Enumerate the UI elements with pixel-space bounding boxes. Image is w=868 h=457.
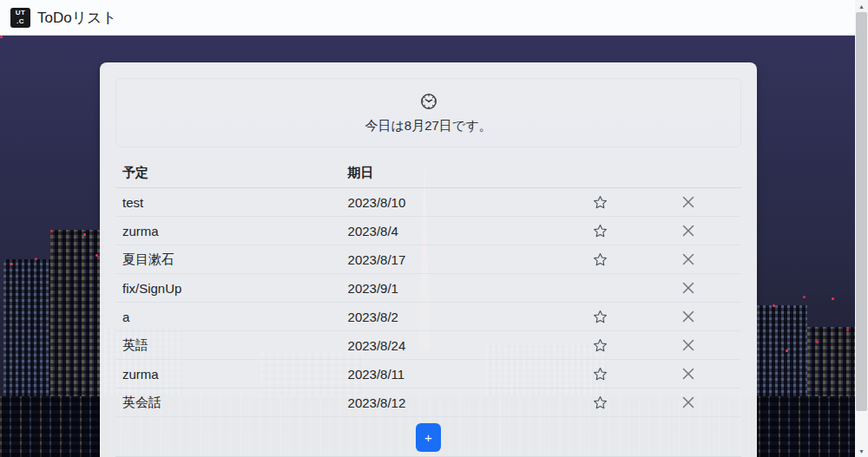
task-cell: zurma [115,224,341,238]
star-button[interactable] [589,251,611,269]
delete-button[interactable] [678,193,699,211]
todo-row: a 2023/8/2 [115,303,741,331]
todo-card: 今日は8月27日です。 予定 期日 test 2023/8/10 [100,62,757,457]
close-icon [681,224,695,238]
delete-button[interactable] [678,308,699,325]
task-cell: fix/SignUp [115,281,341,296]
due-cell: 2023/8/12 [341,395,567,410]
utc-logo-icon: UT .C [10,8,30,28]
star-icon [593,367,608,382]
todo-row: 英会話 2023/8/12 [115,388,741,417]
add-task-button[interactable]: + [416,423,441,452]
table-header-row: 予定 期日 [115,158,741,188]
due-cell: 2023/8/2 [341,310,567,324]
todo-row: 夏目漱石 2023/8/17 [115,245,741,274]
star-icon [593,395,608,410]
close-icon [681,252,695,266]
close-icon [681,395,695,409]
todo-row: test 2023/8/10 [115,188,741,217]
header-due: 期日 [341,165,567,181]
task-cell: 夏目漱石 [115,251,341,268]
scrollbar[interactable]: ▲ ▼ [855,0,868,457]
delete-button[interactable] [678,222,699,239]
task-cell: test [115,195,341,210]
star-icon [593,338,608,353]
star-icon [593,224,608,238]
star-icon [593,310,608,324]
due-cell: 2023/9/1 [341,281,567,296]
close-icon [681,338,695,352]
delete-button[interactable] [678,394,699,411]
todo-row: fix/SignUp 2023/9/1 [115,274,741,303]
delete-button[interactable] [678,336,699,354]
aviation-lights [0,36,3,38]
star-button[interactable] [589,222,611,240]
task-cell: zurma [115,367,341,382]
today-date-text: 今日は8月27日です。 [365,118,491,134]
clock-icon [419,92,438,114]
due-cell: 2023/8/17 [341,252,567,267]
star-button[interactable] [589,308,611,326]
todo-row: zurma 2023/8/4 [115,217,741,245]
todo-row: 英語 2023/8/24 [115,331,741,360]
task-cell: 英語 [115,337,341,354]
delete-button[interactable] [678,279,699,297]
due-cell: 2023/8/24 [341,338,567,353]
header-task: 予定 [115,165,341,181]
due-cell: 2023/8/11 [341,367,567,382]
star-icon [593,195,608,210]
app-title: ToDoリスト [37,8,117,28]
logo-text-bottom: .C [16,17,24,26]
delete-button[interactable] [678,251,699,268]
star-button[interactable] [589,394,611,412]
task-cell: 英会話 [115,395,341,411]
star-button[interactable] [589,365,611,383]
brand-link[interactable]: UT .C ToDoリスト [10,8,117,28]
delete-button[interactable] [678,365,699,382]
close-icon [681,281,695,295]
today-banner: 今日は8月27日です。 [115,78,741,147]
logo-text-top: UT [16,9,26,17]
star-button[interactable] [589,336,611,355]
due-cell: 2023/8/4 [341,224,567,238]
add-button-row: + [115,423,741,452]
close-icon [681,310,695,323]
close-icon [681,367,695,381]
close-icon [681,195,695,209]
scroll-down-arrow[interactable]: ▼ [855,445,868,457]
todo-table-body: test 2023/8/10 zurma 2023/8/4 [115,188,741,417]
star-button[interactable] [589,193,611,212]
todo-row: zurma 2023/8/11 [115,360,741,388]
scrollbar-thumb[interactable] [856,12,867,411]
scroll-up-arrow[interactable]: ▲ [855,0,868,12]
star-icon [593,252,608,267]
navbar: UT .C ToDoリスト [0,0,868,36]
due-cell: 2023/8/10 [341,195,567,210]
todo-table: 予定 期日 test 2023/8/10 zurma [115,158,741,417]
task-cell: a [115,310,341,324]
